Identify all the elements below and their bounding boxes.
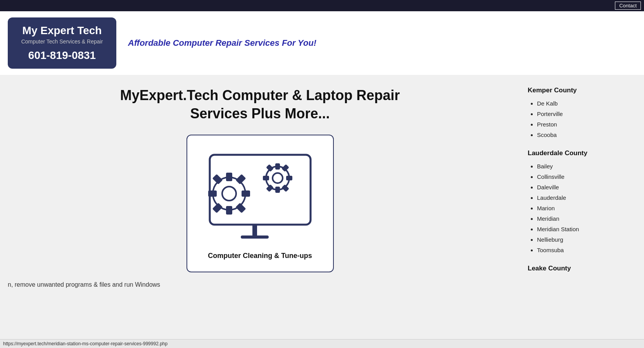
service-description: n, remove unwanted programs & files and …	[8, 280, 512, 289]
list-item: Nellieburg	[537, 234, 636, 245]
top-bar: Contact	[0, 0, 644, 11]
list-item: Scooba	[537, 130, 636, 140]
list-item: Meridian Station	[537, 224, 636, 234]
svg-point-4	[222, 187, 236, 201]
county-section: Kemper CountyDe KalbPortervillePrestonSc…	[528, 87, 636, 140]
county-section: Lauderdale CountyBaileyCollinsvilleDalev…	[528, 149, 636, 255]
svg-rect-6	[226, 206, 232, 215]
svg-rect-5	[226, 173, 232, 181]
county-list: BaileyCollinsvilleDalevilleLauderdaleMar…	[528, 161, 636, 255]
list-item: Daleville	[537, 182, 636, 192]
svg-rect-1	[252, 225, 257, 236]
svg-point-14	[273, 173, 283, 183]
county-list: De KalbPortervillePrestonScooba	[528, 98, 636, 140]
header-tagline: Affordable Computer Repair Services For …	[128, 38, 316, 48]
svg-rect-7	[242, 190, 250, 197]
list-item: Bailey	[537, 161, 636, 171]
sidebar: Kemper CountyDe KalbPortervillePrestonSc…	[528, 87, 636, 289]
list-item: Preston	[537, 119, 636, 130]
logo-box: My Expert Tech Computer Tech Services & …	[8, 17, 116, 69]
page-title: MyExpert.Tech Computer & Laptop Repair S…	[8, 87, 512, 123]
svg-rect-18	[263, 176, 269, 180]
list-item: Marion	[537, 203, 636, 213]
svg-rect-2	[241, 235, 269, 239]
list-item: De Kalb	[537, 98, 636, 109]
svg-rect-15	[275, 163, 280, 170]
logo-subtitle: Computer Tech Services & Repair	[17, 38, 107, 45]
list-item: Toomsuba	[537, 245, 636, 255]
county-title: Lauderdale County	[528, 149, 636, 157]
header: My Expert Tech Computer Tech Services & …	[0, 11, 644, 75]
contact-button[interactable]: Contact	[615, 2, 641, 10]
content-left: MyExpert.Tech Computer & Laptop Repair S…	[8, 87, 512, 289]
county-title: Leake County	[528, 265, 636, 272]
svg-rect-17	[286, 176, 292, 180]
list-item: Porterville	[537, 109, 636, 119]
county-section: Leake County	[528, 265, 636, 272]
main-content: MyExpert.Tech Computer & Laptop Repair S…	[0, 75, 644, 297]
list-item: Meridian	[537, 213, 636, 224]
service-label: Computer Cleaning & Tune-ups	[208, 252, 312, 260]
logo-title: My Expert Tech	[17, 24, 107, 37]
list-item: Collinsville	[537, 171, 636, 182]
svg-rect-8	[208, 190, 217, 197]
svg-rect-16	[275, 187, 280, 193]
computer-icon-container: Computer Cleaning & Tune-ups	[186, 135, 334, 272]
list-item: Lauderdale	[537, 192, 636, 203]
computer-gears-icon	[202, 147, 318, 248]
logo-phone: 601-819-0831	[17, 49, 107, 62]
county-title: Kemper County	[528, 87, 636, 94]
